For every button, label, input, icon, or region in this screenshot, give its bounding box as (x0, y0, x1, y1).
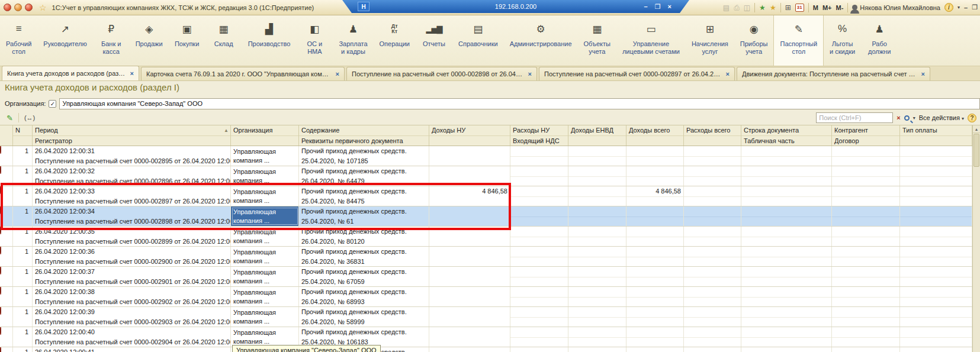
favorites-star-icon[interactable]: ☆ (39, 3, 47, 12)
doc-line-cell[interactable] (741, 247, 832, 266)
ribbon-section-13[interactable]: ▦Объекты учета (578, 15, 616, 66)
counterparty-cell[interactable] (832, 227, 900, 246)
ribbon-section-16[interactable]: ◉Приборы учета (734, 15, 774, 66)
tab-3[interactable]: Поступление на расчетный счет 0000-00289… (539, 67, 735, 80)
counterparty-cell[interactable] (832, 347, 900, 352)
income-total-cell[interactable] (626, 206, 684, 226)
expense-total-cell[interactable] (684, 267, 741, 286)
organization-cell[interactable]: Управляющая компания ... (231, 146, 299, 166)
period-cell[interactable]: 26.04.2020 12:00:41 (33, 347, 231, 352)
table-row-8[interactable]: 126.04.2020 12:00:39Поступление на расче… (0, 307, 972, 327)
header-period-column[interactable]: Период ▲ Регистратор (33, 125, 231, 146)
ribbon-section-18[interactable]: %Льготы и скидки (824, 15, 861, 66)
expense-total-cell[interactable] (684, 186, 741, 206)
ribbon-section-7[interactable]: ◧ОС и НМА (296, 15, 333, 66)
doc-line-cell[interactable] (741, 146, 832, 166)
content-cell[interactable]: Прочий приход денежных средств.26.04.202… (299, 166, 429, 186)
expense-total-cell[interactable] (684, 347, 741, 352)
ribbon-section-10[interactable]: ▂▅▇Отчеты (416, 15, 452, 66)
vertical-scrollbar[interactable]: ▲ (972, 125, 980, 352)
memory-m-button[interactable]: M (813, 4, 818, 11)
income-nu-cell[interactable] (429, 327, 510, 347)
tab-close-icon[interactable]: × (336, 70, 339, 77)
header-status-column[interactable] (0, 125, 13, 146)
payment-type-cell[interactable] (900, 267, 972, 286)
header-organization-column[interactable]: Организация (231, 125, 299, 146)
header-expense-total-column[interactable]: Расходы всего (684, 125, 741, 146)
content-cell[interactable]: Прочий приход денежных средств.26.04.202… (299, 247, 429, 266)
organization-cell[interactable]: Управляющая компания ... (231, 166, 299, 186)
period-cell[interactable]: 26.04.2020 12:00:37Поступление на расчет… (33, 267, 231, 286)
doc-line-cell[interactable] (741, 227, 832, 246)
payment-type-cell[interactable] (900, 166, 972, 186)
payment-type-cell[interactable] (900, 347, 972, 352)
counterparty-cell[interactable] (832, 206, 900, 226)
ribbon-section-9[interactable]: Дт КтОперации (374, 15, 416, 66)
income-envd-cell[interactable] (568, 166, 626, 186)
tab-close-icon[interactable]: × (921, 70, 925, 77)
counterparty-cell[interactable] (832, 307, 900, 327)
go-to-link-icon[interactable]: ★ (759, 4, 766, 12)
income-envd-cell[interactable] (568, 347, 626, 352)
ribbon-section-3[interactable]: ◈Продажи (130, 15, 169, 66)
organization-cell[interactable]: Управляющая компания ... (231, 186, 299, 206)
counterparty-cell[interactable] (832, 327, 900, 347)
table-row-9[interactable]: 126.04.2020 12:00:40Поступление на расче… (0, 327, 972, 347)
header-counterparty-column[interactable]: Контрагент Договор (832, 125, 900, 146)
expense-nu-cell[interactable] (510, 327, 568, 347)
expense-total-cell[interactable] (684, 146, 741, 166)
counterparty-cell[interactable] (832, 267, 900, 286)
expense-nu-cell[interactable] (510, 166, 568, 186)
doc-line-cell[interactable] (741, 186, 832, 206)
payment-type-cell[interactable] (900, 287, 972, 306)
income-nu-cell[interactable] (429, 267, 510, 286)
income-total-cell[interactable] (626, 247, 684, 266)
header-content-column[interactable]: Содержание Реквизиты первичного документ… (299, 125, 429, 146)
calendar-icon[interactable]: 31 (795, 4, 804, 12)
organization-cell[interactable]: Управляющая компания ... (231, 327, 299, 347)
organization-cell[interactable]: Управляющая компания ... (231, 247, 299, 266)
payment-type-cell[interactable] (900, 227, 972, 246)
ribbon-section-4[interactable]: ▣Покупки (169, 15, 205, 66)
doc-line-cell[interactable] (741, 347, 832, 352)
counterparty-cell[interactable] (832, 146, 900, 166)
payment-type-cell[interactable] (900, 307, 972, 327)
minimize-button[interactable]: – (964, 4, 968, 11)
ribbon-section-2[interactable]: ₽Банк и касса (93, 15, 130, 66)
content-cell[interactable]: Прочий приход денежных средств.25.04.202… (299, 186, 429, 206)
income-total-cell[interactable] (626, 166, 684, 186)
income-nu-cell[interactable] (429, 146, 510, 166)
doc-line-cell[interactable] (741, 307, 832, 327)
organization-cell[interactable]: Управляющая компания ... (231, 267, 299, 286)
payment-type-cell[interactable] (900, 206, 972, 226)
header-income-total-column[interactable]: Доходы всего (626, 125, 684, 146)
add-favorite-icon[interactable]: ★ (770, 4, 776, 12)
income-total-cell[interactable] (626, 227, 684, 246)
window-orb2-icon[interactable] (25, 4, 33, 11)
expense-nu-cell[interactable] (510, 206, 568, 226)
header-n-column[interactable]: N (13, 125, 33, 146)
table-row-2[interactable]: 126.04.2020 12:00:33Поступление на расче… (0, 186, 972, 206)
income-envd-cell[interactable] (568, 206, 626, 226)
table-row-5[interactable]: 126.04.2020 12:00:36Поступление на расче… (0, 247, 972, 267)
counterparty-cell[interactable] (832, 166, 900, 186)
rdp-restore-button[interactable]: ❐ (655, 3, 661, 11)
income-total-cell[interactable] (626, 327, 684, 347)
header-payment-type-column[interactable]: Тип оплаты (900, 125, 972, 146)
doc-line-cell[interactable] (741, 267, 832, 286)
income-envd-cell[interactable] (568, 287, 626, 306)
tab-close-icon[interactable]: × (130, 70, 134, 77)
income-envd-cell[interactable] (568, 327, 626, 347)
period-cell[interactable]: 26.04.2020 12:00:33Поступление на расчет… (33, 186, 231, 206)
income-envd-cell[interactable] (568, 186, 626, 206)
expense-nu-cell[interactable] (510, 347, 568, 352)
content-cell[interactable]: Прочий приход денежных средств.25.04.202… (299, 327, 429, 347)
income-envd-cell[interactable] (568, 307, 626, 327)
info-dropdown-icon[interactable]: ▾ (957, 5, 960, 10)
expense-total-cell[interactable] (684, 247, 741, 266)
ribbon-section-14[interactable]: ▭Управление лицевыми счетами (616, 15, 686, 66)
organization-cell[interactable]: Управляющая компания ... (231, 206, 299, 226)
table-row-6[interactable]: 126.04.2020 12:00:37Поступление на расче… (0, 267, 972, 287)
calculator-icon[interactable]: ⊞ (785, 4, 791, 12)
clear-search-icon[interactable]: × (897, 114, 900, 121)
